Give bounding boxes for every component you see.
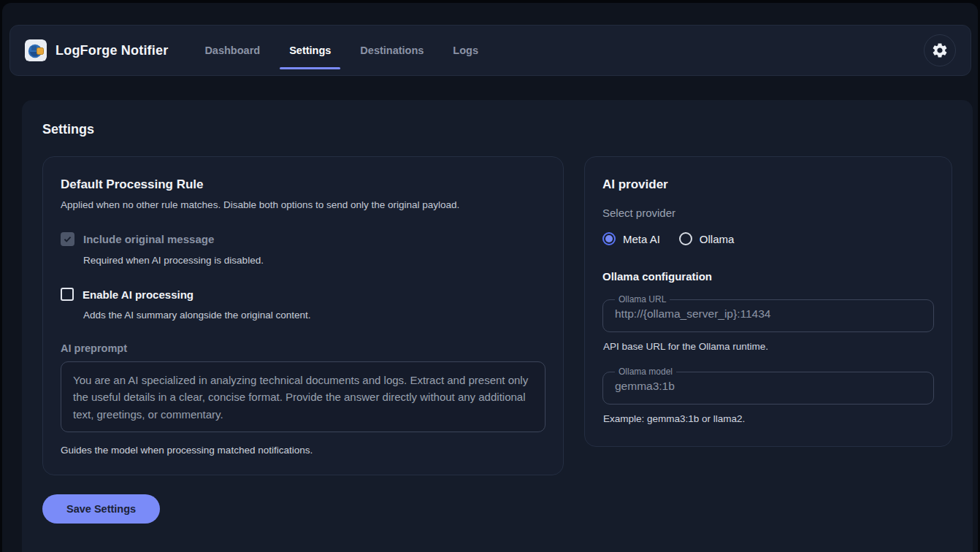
brand: LogForge Notifier (25, 39, 168, 61)
ollama-url-input[interactable] (613, 304, 924, 322)
tab-settings-label: Settings (289, 45, 331, 56)
card-title: AI provider (602, 177, 934, 192)
card-title: Default Processing Rule (61, 177, 545, 192)
select-provider-label: Select provider (602, 207, 934, 219)
include-original-message-label: Include original message (83, 233, 214, 245)
include-original-message-row: Include original message (61, 232, 545, 246)
include-original-message-help: Required when AI processing is disabled. (83, 255, 545, 266)
app-header: LogForge Notifier Dashboard Settings Des… (9, 25, 971, 76)
tab-logs[interactable]: Logs (443, 25, 488, 76)
ollama-url-field-label: Ollama URL (615, 294, 670, 304)
ollama-url-field: Ollama URL (602, 294, 934, 332)
provider-radio-group: Meta AI Ollama (602, 232, 934, 245)
tab-dashboard-label: Dashboard (204, 45, 260, 56)
active-tab-underline (280, 67, 340, 69)
provider-option-meta-ai[interactable]: Meta AI (602, 232, 660, 245)
ollama-model-field-label: Ollama model (615, 367, 676, 377)
tab-logs-label: Logs (453, 45, 478, 56)
include-original-message-checkbox (61, 232, 74, 246)
ai-provider-card: AI provider Select provider Meta AI Olla… (584, 156, 952, 447)
default-processing-rule-card: Default Processing Rule Applied when no … (42, 156, 564, 475)
page-title: Settings (42, 122, 952, 137)
app-shell: LogForge Notifier Dashboard Settings Des… (2, 3, 978, 552)
tab-destinations[interactable]: Destinations (351, 25, 433, 76)
tab-destinations-label: Destinations (360, 45, 424, 56)
provider-ollama-label: Ollama (700, 233, 735, 245)
ollama-configuration-title: Ollama configuration (602, 270, 934, 283)
ai-preprompt-textarea[interactable] (61, 361, 545, 432)
save-settings-button[interactable]: Save Settings (42, 494, 160, 524)
ollama-model-input[interactable] (613, 377, 924, 394)
check-icon (63, 234, 72, 244)
main-nav: Dashboard Settings Destinations Logs (190, 25, 493, 76)
card-subtitle: Applied when no other rule matches. Disa… (61, 199, 545, 210)
ai-preprompt-label: AI preprompt (61, 342, 545, 354)
app-title: LogForge Notifier (55, 43, 168, 58)
ollama-model-field: Ollama model (602, 367, 934, 405)
settings-page: Settings Default Processing Rule Applied… (22, 100, 973, 552)
tab-settings[interactable]: Settings (280, 25, 340, 76)
enable-ai-processing-help: Adds the AI summary alongside the origin… (83, 310, 545, 321)
tab-dashboard[interactable]: Dashboard (195, 25, 269, 76)
app-logo-icon (25, 39, 47, 61)
ollama-model-help: Example: gemma3:1b or llama2. (603, 413, 934, 424)
ai-preprompt-help: Guides the model when processing matched… (61, 445, 545, 456)
radio-unselected-icon[interactable] (679, 232, 692, 245)
settings-gear-button[interactable] (924, 34, 956, 66)
provider-option-ollama[interactable]: Ollama (679, 232, 735, 245)
enable-ai-processing-checkbox[interactable] (61, 288, 74, 301)
provider-meta-ai-label: Meta AI (623, 233, 660, 245)
radio-selected-icon[interactable] (602, 232, 616, 245)
ollama-url-help: API base URL for the Ollama runtime. (603, 341, 934, 352)
gear-icon (931, 42, 949, 59)
settings-grid: Default Processing Rule Applied when no … (42, 156, 952, 475)
enable-ai-processing-row: Enable AI processing (61, 288, 545, 301)
enable-ai-processing-label[interactable]: Enable AI processing (83, 288, 194, 301)
